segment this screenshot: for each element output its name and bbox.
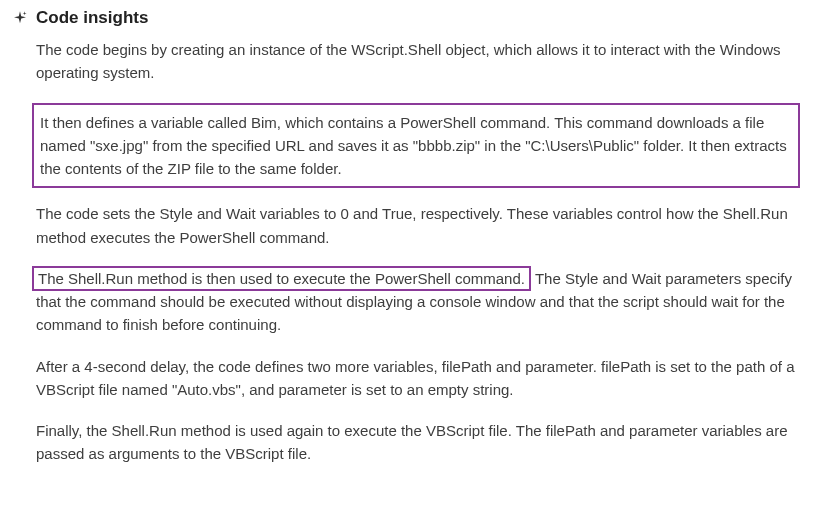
section-header: Code insights bbox=[12, 8, 806, 28]
highlight-inline-1: The Shell.Run method is then used to exe… bbox=[32, 266, 531, 291]
sparkle-icon bbox=[12, 10, 28, 26]
paragraph-1: The code begins by creating an instance … bbox=[36, 38, 806, 85]
paragraph-2: It then defines a variable called Bim, w… bbox=[40, 111, 790, 181]
paragraph-5: After a 4-second delay, the code defines… bbox=[36, 355, 806, 402]
section-title: Code insights bbox=[36, 8, 148, 28]
insights-content: The code begins by creating an instance … bbox=[12, 38, 806, 466]
paragraph-4: The Shell.Run method is then used to exe… bbox=[36, 267, 806, 337]
paragraph-6: Finally, the Shell.Run method is used ag… bbox=[36, 419, 806, 466]
paragraph-3: The code sets the Style and Wait variabl… bbox=[36, 202, 806, 249]
highlight-box-1: It then defines a variable called Bim, w… bbox=[32, 103, 800, 189]
page-container: Code insights The code begins by creatin… bbox=[0, 0, 818, 504]
